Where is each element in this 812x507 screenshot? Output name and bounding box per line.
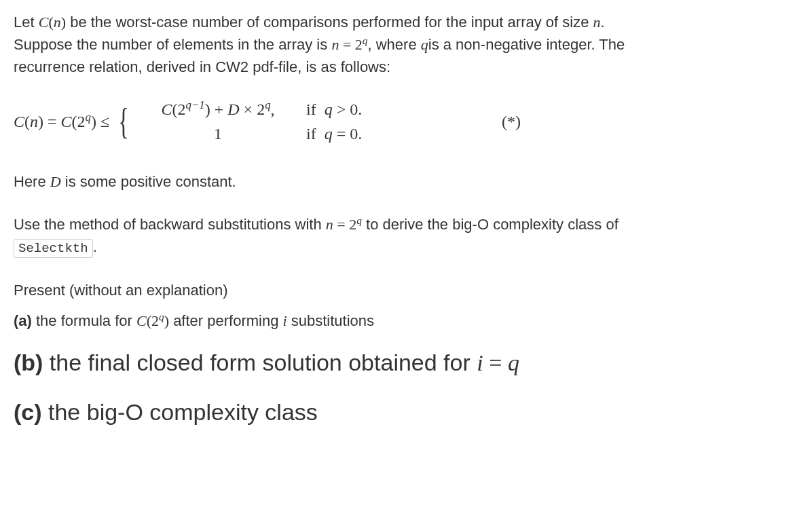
math-C2q: C(2q) [136,312,169,329]
part-a: (a) the formula for C(2q) after performi… [14,309,798,332]
intro-text-6: is a non-negative integer. The [428,36,625,53]
intro-text-2: be the worst-case number of comparisons … [66,14,593,31]
case-row-2: 1 if q = 0. [130,121,401,146]
intro-paragraph: Let C(n) be the worst-case number of com… [14,11,798,78]
math-n: n [593,14,601,31]
math-i-eq-q: i = q [477,350,519,375]
part-c: (c) the big-O complexity class [14,394,798,430]
part-b-label: (b) [14,350,43,375]
math-q: q [421,36,428,53]
case-row-1: C(2q−1) + D × 2q, if q > 0. [130,97,401,121]
part-a-label: (a) [14,312,32,329]
math-n-eq-2q: n = 2q [326,216,362,233]
code-selectkth: Selectkth [14,239,93,258]
left-brace: { [118,97,129,146]
eq-lhs: C(n) = C(2q) ≤ [14,109,109,134]
math-n-eq: n = 2q [331,36,367,53]
intro-text-4: Suppose the number of elements in the ar… [14,36,331,53]
math-Cn: C(n) [39,14,66,31]
recurrence-equation: C(n) = C(2q) ≤ { C(2q−1) + D × 2q, if q … [14,97,798,146]
intro-text-7: recurrence relation, derived in CW2 pdf-… [14,58,390,75]
intro-text-3: . [601,14,605,31]
eq-brace-cases: { C(2q−1) + D × 2q, if q > 0. 1 if q = 0… [115,97,401,146]
math-D: D [50,173,61,190]
instruction-paragraph: Use the method of backward substitutions… [14,213,798,259]
intro-text-5: , where [368,36,421,53]
constant-note: Here D is some positive constant. [14,170,798,193]
part-c-label: (c) [14,399,42,425]
part-b: (b) the final closed form solution obtai… [14,344,798,381]
present-line: Present (without an explanation) [14,279,798,301]
intro-text-1: Let [14,14,39,31]
equation-label: (*) [502,109,521,134]
